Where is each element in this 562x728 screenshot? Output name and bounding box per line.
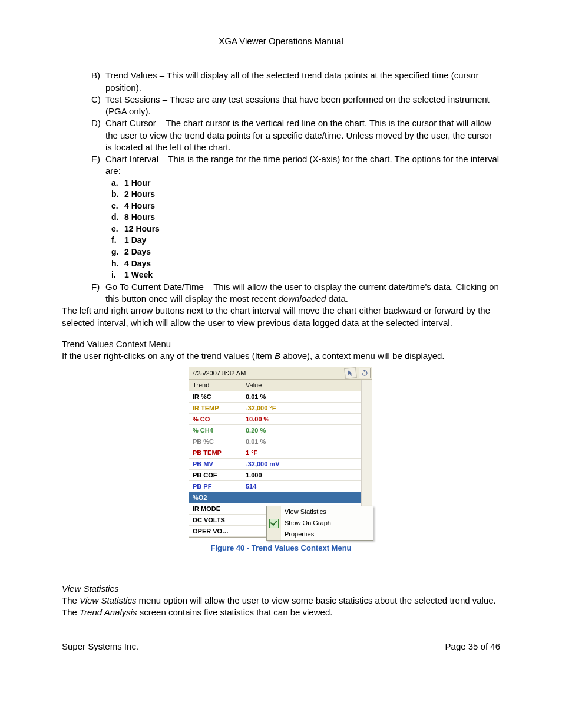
- table-row[interactable]: PB %C0.01 %: [189, 436, 361, 447]
- table-row[interactable]: IR TEMP-32,000 °F: [189, 403, 361, 414]
- cell-trend-value: -32,000 °F: [242, 403, 361, 413]
- check-icon: [269, 519, 279, 528]
- cursor-mode-icon[interactable]: [344, 368, 356, 380]
- cell-trend-value: 0.01 %: [242, 436, 361, 447]
- view-statistics-p2: The Trend Analysis screen contains five …: [62, 607, 500, 618]
- lettered-list: B)Trend Values – This will display all o…: [62, 70, 500, 177]
- footer-company: Super Systems Inc.: [62, 641, 138, 653]
- col-trend: Trend: [189, 380, 242, 391]
- cell-trend-name: IR MODE: [189, 503, 242, 514]
- footer-page-number: Page 35 of 46: [445, 641, 500, 653]
- cell-trend-value: 1.000: [242, 470, 361, 480]
- item-e: E)Chart Interval – This is the range for…: [91, 153, 500, 177]
- cell-trend-name: PB TEMP: [189, 447, 242, 458]
- post-list-para: The left and right arrow buttons next to…: [62, 305, 500, 329]
- figure-caption: Figure 40 - Trend Values Context Menu: [210, 543, 351, 554]
- panel-header: 7/25/2007 8:32 AM: [189, 367, 372, 380]
- cell-trend-name: PB MV: [189, 459, 242, 469]
- table-row[interactable]: PB COF1.000: [189, 470, 361, 481]
- cell-trend-value: -32,000 mV: [242, 459, 361, 469]
- page-footer: Super Systems Inc. Page 35 of 46: [62, 641, 500, 653]
- menu-show-on-graph[interactable]: Show On Graph: [267, 518, 373, 529]
- lettered-list-2: F) Go To Current Date/Time – This will a…: [62, 281, 500, 305]
- cell-trend-value: 0.20 %: [242, 425, 361, 436]
- table-row[interactable]: PB MV-32,000 mV: [189, 459, 361, 470]
- item-c: C)Test Sessions – These are any test ses…: [91, 94, 500, 118]
- table-row[interactable]: PB PF514: [189, 481, 361, 492]
- menu-view-statistics[interactable]: View Statistics: [267, 506, 373, 518]
- panel-timestamp: 7/25/2007 8:32 AM: [191, 369, 345, 378]
- table-row[interactable]: %O2: [189, 492, 361, 503]
- tv-heading: Trend Values Context Menu: [62, 338, 500, 350]
- context-menu: View Statistics Show On Graph Properties: [266, 506, 373, 541]
- table-header-row: Trend Value: [189, 380, 361, 391]
- cell-trend-value: 0.01 %: [242, 391, 361, 402]
- item-b: B)Trend Values – This will display all o…: [91, 70, 500, 94]
- cell-trend-name: %O2: [189, 492, 242, 503]
- cell-trend-value: [242, 492, 361, 503]
- interval-sublist: a.1 Hour b.2 Hours c.4 Hours d.8 Hours e…: [62, 177, 500, 281]
- item-f: F) Go To Current Date/Time – This will a…: [91, 281, 500, 305]
- cell-trend-value: 10.00 %: [242, 414, 361, 424]
- cell-trend-name: OPER VO…: [189, 526, 242, 536]
- cell-trend-name: DC VOLTS: [189, 515, 242, 525]
- cell-trend-name: % CO: [189, 414, 242, 424]
- table-row[interactable]: % CO10.00 %: [189, 414, 361, 425]
- table-row[interactable]: PB TEMP1 °F: [189, 447, 361, 459]
- cell-trend-name: IR TEMP: [189, 403, 242, 413]
- cell-trend-name: PB PF: [189, 481, 242, 492]
- cell-trend-name: PB COF: [189, 470, 242, 480]
- col-value: Value: [242, 380, 361, 391]
- figure-40: 7/25/2007 8:32 AM Trend Value IR: [62, 367, 500, 553]
- view-statistics-p1: The View Statistics menu option will all…: [62, 595, 500, 607]
- menu-properties[interactable]: Properties: [267, 529, 373, 540]
- cell-trend-name: IR %C: [189, 391, 242, 402]
- tv-intro: If the user right-clicks on any of the t…: [62, 350, 500, 362]
- cell-trend-value: 514: [242, 481, 361, 492]
- cell-trend-value: 1 °F: [242, 447, 361, 458]
- page-title: XGA Viewer Operations Manual: [62, 35, 500, 47]
- table-row[interactable]: % CH40.20 %: [189, 425, 361, 436]
- view-statistics-heading: View Statistics: [62, 583, 500, 595]
- cell-trend-name: % CH4: [189, 425, 242, 436]
- cell-trend-name: PB %C: [189, 436, 242, 447]
- refresh-icon[interactable]: [359, 368, 371, 378]
- table-row[interactable]: IR %C0.01 %: [189, 391, 361, 403]
- item-d: D)Chart Cursor – The chart cursor is the…: [91, 117, 500, 153]
